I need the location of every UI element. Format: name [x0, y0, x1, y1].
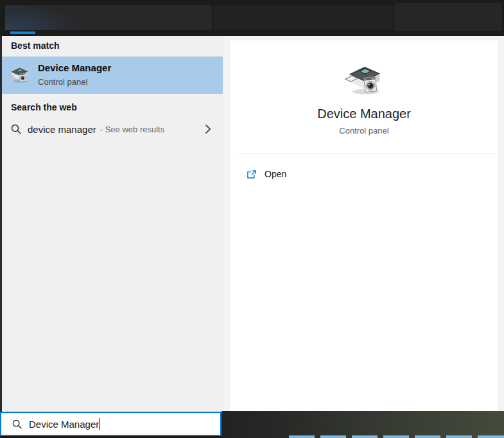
results-panel: Best match — [0, 36, 223, 412]
search-input[interactable]: Device Manager — [0, 412, 222, 436]
taskbar-highlight — [478, 435, 504, 438]
topbar-right-area[interactable] — [394, 3, 502, 31]
device-manager-icon — [345, 61, 383, 100]
web-result-text: device manager - See web results — [28, 116, 164, 143]
best-match-result[interactable]: Device Manager Control panel — [2, 57, 223, 94]
search-input-value: Device Manager — [29, 419, 99, 430]
taskbar-highlight — [446, 435, 472, 438]
taskbar-highlight — [415, 435, 440, 438]
text-caret — [100, 418, 100, 430]
search-web-header: Search the web — [11, 102, 77, 112]
taskbar-highlight — [352, 435, 378, 438]
web-query: device manager — [28, 124, 96, 135]
tabs-area[interactable] — [5, 5, 212, 30]
windows-search-flyout: Best match — [0, 0, 504, 438]
open-label: Open — [265, 169, 286, 179]
search-tabs-bar — [0, 0, 504, 36]
taskbar-highlight — [289, 435, 315, 438]
preview-title: Device Manager — [230, 107, 498, 121]
web-search-result[interactable]: device manager - See web results — [2, 116, 223, 143]
active-tab-indicator — [10, 31, 35, 34]
result-subtitle: Control panel — [38, 77, 87, 87]
open-external-icon — [246, 169, 257, 180]
topbar-middle-area — [213, 5, 393, 30]
chevron-right-icon[interactable] — [202, 123, 214, 136]
search-icon — [10, 123, 22, 135]
device-manager-icon — [9, 65, 30, 85]
web-suffix: - See web results — [100, 125, 164, 134]
divider — [238, 153, 498, 153]
result-title: Device Manager — [38, 62, 111, 73]
preview-pane: Device Manager Control panel Open — [230, 40, 498, 411]
taskbar-highlight — [320, 435, 346, 438]
search-icon — [12, 419, 22, 430]
taskbar-highlight — [383, 435, 409, 438]
taskbar[interactable] — [222, 411, 504, 438]
preview-subtitle: Control panel — [230, 126, 498, 136]
open-action[interactable]: Open — [230, 162, 498, 188]
best-match-header: Best match — [11, 40, 59, 51]
